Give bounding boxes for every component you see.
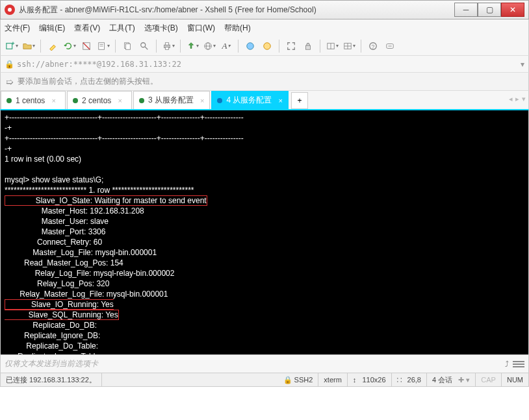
tab-nav: ◂ ▸ ▾ xyxy=(509,95,526,103)
menu-window[interactable]: 窗口(W) xyxy=(187,23,215,34)
tab-label: 3 从服务配置 xyxy=(148,95,194,106)
menu-tab[interactable]: 选项卡(B) xyxy=(144,23,178,34)
tab-strip: 1 centos × 2 centos × 3 从服务配置 × 4 从服务配置 … xyxy=(0,91,529,110)
menubar: 文件(F) 编辑(E) 查看(V) 工具(T) 选项卡(B) 窗口(W) 帮助(… xyxy=(0,19,529,36)
maximize-button[interactable]: ▢ xyxy=(478,3,501,17)
toolbar-main: A ? xyxy=(0,36,529,56)
svg-point-18 xyxy=(247,42,254,49)
menu-file[interactable]: 文件(F) xyxy=(5,23,30,34)
tab-next-icon[interactable]: ▸ xyxy=(515,95,519,103)
lock-icon: 🔒 xyxy=(5,60,14,69)
compose-bar-button[interactable] xyxy=(383,39,397,53)
copy-button[interactable] xyxy=(120,39,135,53)
menu-edit[interactable]: 编辑(E) xyxy=(39,23,65,34)
status-dot-icon xyxy=(73,98,78,103)
help-button[interactable]: ? xyxy=(366,39,380,53)
add-session-arrow-icon[interactable]: ➯ xyxy=(6,77,14,87)
address-text[interactable]: ssh://abner:*****@192.168.31.133:22 xyxy=(17,60,518,69)
menu-view[interactable]: 查看(V) xyxy=(74,23,100,34)
layout-horizontal-button[interactable] xyxy=(325,39,339,53)
status-cap: CAP xyxy=(476,373,502,386)
svg-rect-13 xyxy=(165,42,168,45)
open-button[interactable] xyxy=(21,39,36,53)
status-num: NUM xyxy=(502,373,528,386)
address-bar: 🔒 ssh://abner:*****@192.168.31.133:22 ▾ xyxy=(0,56,529,73)
info-bar: ➯ 要添加当前会话，点击左侧的箭头按钮。 xyxy=(0,73,529,91)
highlight-slave-running: Slave_IO_Running: Yes Slave_SQL_Running:… xyxy=(5,299,119,320)
fullscreen-button[interactable] xyxy=(284,39,298,53)
disconnect-button[interactable] xyxy=(79,39,94,53)
status-dot-icon xyxy=(6,98,12,103)
svg-line-4 xyxy=(83,42,90,49)
status-dot-icon xyxy=(139,98,144,103)
tab-label: 1 centos xyxy=(16,96,45,105)
status-ssh: 🔒SSH2 xyxy=(278,373,319,386)
lock-button[interactable] xyxy=(301,39,315,53)
ssh-icon: 🔒 xyxy=(283,376,292,384)
print-button[interactable] xyxy=(161,39,175,53)
minimize-button[interactable]: ─ xyxy=(454,3,478,17)
tab-1-centos[interactable]: 1 centos × xyxy=(1,91,66,109)
reconnect-button[interactable] xyxy=(62,39,77,53)
window-buttons: ─ ▢ ✕ xyxy=(454,3,524,17)
globe-button[interactable] xyxy=(202,39,216,53)
close-button[interactable]: ✕ xyxy=(501,3,524,17)
svg-point-19 xyxy=(264,42,271,49)
status-sessions: 4 会话 ✚ ▾ xyxy=(427,373,476,386)
tab-prev-icon[interactable]: ◂ xyxy=(509,95,513,103)
status-size: ↕ 110x26 xyxy=(348,373,392,386)
window-title: 从服务配置 - abner@MiWiFi-R1CL-srv:/home/abne… xyxy=(19,5,454,16)
svg-text:?: ? xyxy=(372,43,375,49)
properties-button[interactable] xyxy=(96,39,110,53)
status-bar: 已连接 192.168.31.133:22。 🔒SSH2 xterm ↕ 110… xyxy=(0,373,529,387)
send-up-icon[interactable]: ⤴ xyxy=(505,360,509,369)
menu-tools[interactable]: 工具(T) xyxy=(109,23,135,34)
xftp-button[interactable] xyxy=(185,39,200,53)
menu-help[interactable]: 帮助(H) xyxy=(224,23,251,34)
compose-menu-icon[interactable] xyxy=(513,361,524,367)
find-button[interactable] xyxy=(137,39,151,53)
color-scheme-button[interactable] xyxy=(243,39,257,53)
tab-3-slave-config[interactable]: 3 从服务配置 × xyxy=(133,91,210,109)
tab-2-centos[interactable]: 2 centos × xyxy=(67,91,132,109)
new-session-button[interactable] xyxy=(5,39,19,53)
tab-label: 2 centos xyxy=(82,96,111,105)
tab-close-icon[interactable]: × xyxy=(118,97,122,105)
titlebar: 从服务配置 - abner@MiWiFi-R1CL-srv:/home/abne… xyxy=(0,0,529,19)
script-button[interactable] xyxy=(260,39,274,53)
info-text: 要添加当前会话，点击左侧的箭头按钮。 xyxy=(18,76,158,87)
svg-line-11 xyxy=(145,46,148,49)
new-tab-button[interactable]: + xyxy=(291,92,308,109)
status-pos: ⸬ 26,8 xyxy=(392,373,427,386)
tab-close-icon[interactable]: × xyxy=(278,97,282,105)
svg-rect-9 xyxy=(125,43,130,49)
highlight-button[interactable] xyxy=(45,39,60,53)
svg-rect-0 xyxy=(6,43,12,49)
status-connection: 已连接 192.168.31.133:22。 xyxy=(1,373,102,386)
tab-list-icon[interactable]: ▾ xyxy=(522,95,526,103)
layout-grid-button[interactable] xyxy=(342,39,356,53)
status-dot-icon xyxy=(217,98,222,103)
tab-label: 4 从服务配置 xyxy=(226,95,272,106)
highlight-slave-io-state: Slave_IO_State: Waiting for master to se… xyxy=(5,195,207,206)
address-dropdown-icon[interactable]: ▾ xyxy=(521,60,524,69)
svg-rect-20 xyxy=(306,45,311,49)
tab-4-slave-config[interactable]: 4 从服务配置 × xyxy=(211,91,288,109)
compose-placeholder: 仅将文本发送到当前选项卡 xyxy=(5,358,501,369)
app-icon xyxy=(5,5,15,15)
svg-point-10 xyxy=(141,42,146,47)
compose-bar[interactable]: 仅将文本发送到当前选项卡 ⤴ xyxy=(0,354,529,373)
tab-close-icon[interactable]: × xyxy=(51,97,55,105)
svg-rect-14 xyxy=(165,47,168,49)
terminal[interactable]: +----------------------------------+----… xyxy=(0,110,529,354)
font-button[interactable]: A xyxy=(219,39,233,53)
tab-close-icon[interactable]: × xyxy=(200,97,204,105)
status-term: xterm xyxy=(318,373,348,386)
